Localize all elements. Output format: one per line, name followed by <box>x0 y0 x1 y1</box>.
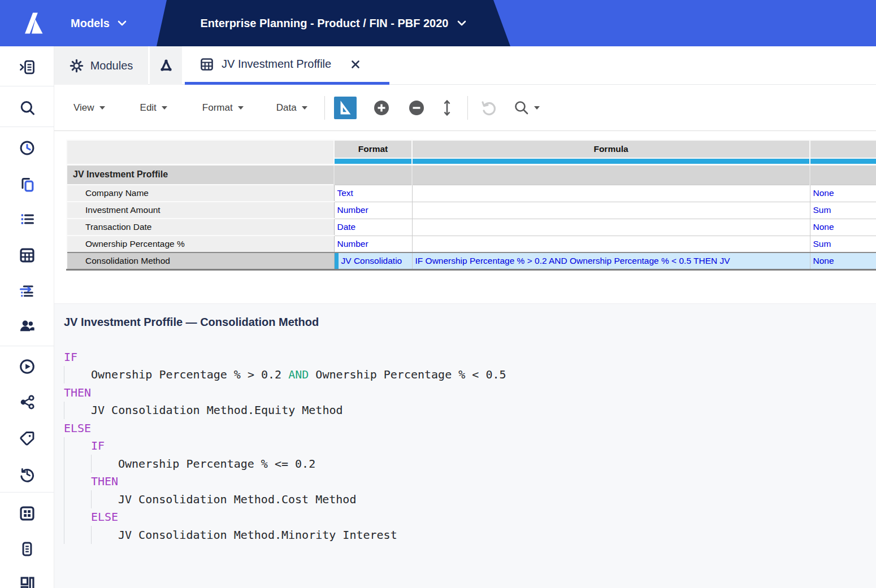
format-cell[interactable]: Number <box>334 202 412 219</box>
summary-cell[interactable]: None <box>810 219 876 236</box>
row-label-cell[interactable]: Investment Amount <box>67 202 334 219</box>
formula-code-line: JV Consolidation Method.Cost Method <box>64 490 876 508</box>
tab-model-map[interactable] <box>150 46 182 85</box>
column-header-format[interactable]: Format <box>334 140 412 158</box>
column-header-summary[interactable] <box>810 140 876 158</box>
format-cell[interactable]: JV Consolidatio <box>334 252 412 269</box>
module-header-label[interactable]: JV Investment Proffile <box>67 164 334 185</box>
caret-icon <box>302 106 307 110</box>
keyword-token: ELSE <box>91 510 118 524</box>
indent-guide <box>64 366 91 384</box>
arrows-updown-icon <box>443 99 452 117</box>
indent-guide <box>64 508 91 526</box>
summary-cell[interactable]: None <box>810 252 876 269</box>
menu-view[interactable]: View <box>73 102 105 114</box>
row-label-cell[interactable]: Transaction Date <box>67 219 334 236</box>
tab-jv-investment-proffile[interactable]: JV Investment Proffile <box>185 46 389 85</box>
menu-data[interactable]: Data <box>276 102 307 114</box>
org-icon[interactable] <box>19 576 36 588</box>
indent-guide <box>91 455 118 473</box>
code-token: JV Consolidation Method.Cost Method <box>118 493 356 506</box>
recent-icon[interactable] <box>19 140 36 156</box>
corner-header[interactable] <box>67 140 334 164</box>
divider <box>0 127 54 127</box>
anaplan-logo[interactable] <box>17 8 46 38</box>
formula-cell[interactable] <box>412 202 810 219</box>
model-name: Enterprise Planning - Product / FIN - PB… <box>201 17 449 30</box>
search-tool-button[interactable] <box>513 99 540 116</box>
delete-button[interactable] <box>409 100 424 116</box>
summary-cell[interactable]: Sum <box>810 202 876 219</box>
code-token: JV Consolidation Method.Equity Method <box>91 403 343 417</box>
play-circle-icon[interactable] <box>19 358 36 375</box>
tab-bar: Modules JV Investment Proffile <box>54 46 876 85</box>
summary-cell[interactable]: Sum <box>810 236 876 252</box>
document-icon[interactable] <box>19 541 36 557</box>
format-cell[interactable]: Date <box>334 219 412 236</box>
apps-icon[interactable] <box>19 505 36 522</box>
resize-rows-button[interactable] <box>443 99 452 117</box>
blueprint-row: Ownership Percentage %NumberSum <box>67 236 876 252</box>
operator-token: AND <box>288 368 309 381</box>
menu-format[interactable]: Format <box>202 102 244 114</box>
formula-panel-title: JV Investment Proffile — Consolidation M… <box>64 316 876 329</box>
copy-icon[interactable] <box>19 176 36 193</box>
formula-code-line: JV Consolidation Method.Minority Interes… <box>64 526 876 544</box>
divider <box>0 86 54 86</box>
formula-cell[interactable] <box>412 185 810 202</box>
chevron-down-icon <box>457 20 466 26</box>
search-icon <box>513 99 530 116</box>
indent-guide <box>64 490 91 508</box>
users-icon[interactable] <box>19 317 36 334</box>
formula-cell[interactable]: IF Ownership Percentage % > 0.2 AND Owne… <box>412 252 810 269</box>
process-icon[interactable] <box>19 282 36 299</box>
divider <box>0 346 54 346</box>
menu-edit[interactable]: Edit <box>140 102 167 114</box>
top-navigation-bar: Models Enterprise Planning - Product / F… <box>0 0 876 46</box>
row-label-cell[interactable]: Ownership Percentage % <box>67 236 334 252</box>
left-sidebar <box>0 46 54 588</box>
anaplan-model-icon <box>159 58 174 73</box>
indent-guide <box>91 490 118 508</box>
module-header-row[interactable]: JV Investment Proffile <box>67 164 876 185</box>
formula-cell[interactable] <box>412 219 810 236</box>
keyword-token: IF <box>91 439 105 452</box>
row-label-cell[interactable]: Company Name <box>67 185 334 202</box>
code-token: Ownership Percentage % < 0.5 <box>309 368 506 381</box>
format-cell[interactable]: Number <box>334 236 412 252</box>
search-icon[interactable] <box>19 99 36 116</box>
model-selector[interactable]: Enterprise Planning - Product / FIN - PB… <box>157 0 510 46</box>
models-menu[interactable]: Models <box>71 0 127 46</box>
cursor-tool-button[interactable] <box>334 97 357 119</box>
blueprint-row: Consolidation MethodJV ConsolidatioIF Ow… <box>67 252 876 269</box>
row-label-cell[interactable]: Consolidation Method <box>67 252 334 269</box>
close-tab-icon[interactable] <box>351 60 360 69</box>
summary-cell[interactable]: None <box>810 185 876 202</box>
formula-code-line: IF <box>64 437 876 455</box>
history-icon[interactable] <box>19 465 36 482</box>
formula-panel: JV Investment Proffile — Consolidation M… <box>54 303 876 588</box>
tag-icon[interactable] <box>19 430 36 447</box>
divider <box>324 96 325 120</box>
undo-icon <box>479 99 497 117</box>
keyword-token: THEN <box>64 386 91 399</box>
list-icon[interactable] <box>19 211 36 228</box>
module-grid-icon[interactable] <box>19 247 36 264</box>
formula-code[interactable]: IFOwnership Percentage % > 0.2 AND Owner… <box>64 348 876 544</box>
column-header-formula[interactable]: Formula <box>412 140 810 158</box>
formula-code-line: THEN <box>64 473 876 491</box>
undo-button[interactable] <box>479 99 497 117</box>
share-icon[interactable] <box>19 394 36 411</box>
formula-cell[interactable] <box>412 236 810 252</box>
keyword-token: ELSE <box>64 421 91 435</box>
main-content: Modules JV Investment Proffile <box>54 46 876 588</box>
formula-code-line: ELSE <box>64 419 876 437</box>
code-token: JV Consolidation Method.Minority Interes… <box>118 528 397 542</box>
insert-button[interactable] <box>374 100 389 116</box>
tab-modules[interactable]: Modules <box>54 46 148 85</box>
format-cell[interactable]: Text <box>334 185 412 202</box>
keyword-token: THEN <box>91 474 118 488</box>
keyword-token: IF <box>64 350 77 364</box>
indent-guide <box>64 473 91 491</box>
collapse-panel-icon[interactable] <box>19 59 36 76</box>
